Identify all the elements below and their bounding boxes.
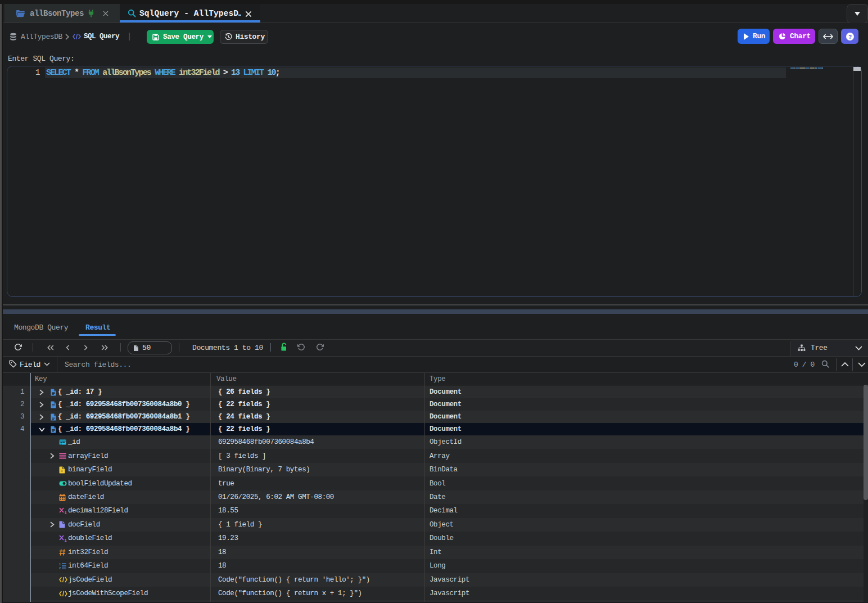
svg-text:?: ?: [848, 34, 852, 40]
svg-text:1: 1: [64, 538, 66, 542]
svg-text:1: 1: [64, 511, 66, 515]
svg-text:2: 2: [59, 567, 61, 569]
svg-text:1: 1: [59, 563, 61, 566]
